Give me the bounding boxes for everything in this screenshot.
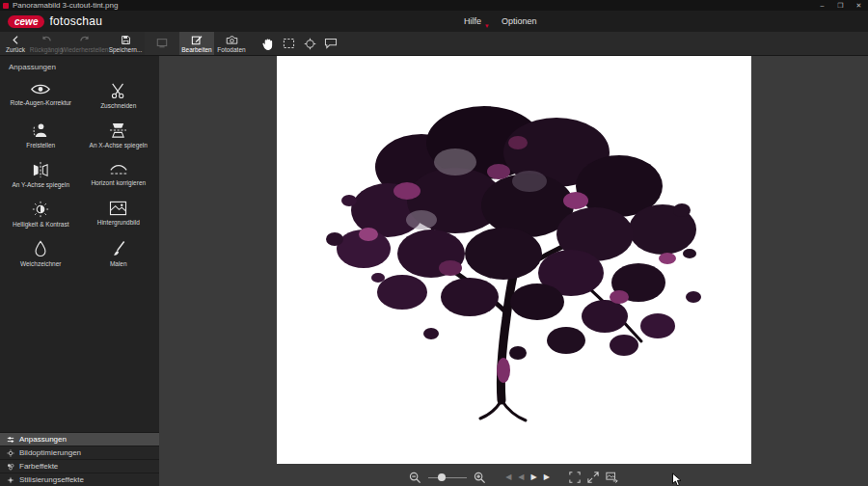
tool-an-y-achse-spiegeln[interactable]: An Y-Achse spiegeln <box>2 157 80 192</box>
preview-button[interactable] <box>145 32 179 55</box>
edit-icon <box>191 35 203 45</box>
effects-accordion: Anpassungen Bildoptimierungen Farbeffekt… <box>0 432 159 486</box>
last-image-button[interactable]: ▶ <box>544 470 550 485</box>
tool-malen[interactable]: Malen <box>80 236 158 271</box>
previous-image-button[interactable]: ◀ <box>518 470 524 485</box>
section-bildoptimierungen[interactable]: Bildoptimierungen <box>0 446 159 459</box>
zoom-out-icon[interactable] <box>409 472 421 484</box>
maximize-icon[interactable]: ❐ <box>831 0 850 11</box>
sidebar: Anpassungen Rote-Augen-Korrektur Zuschne… <box>0 56 159 486</box>
paint-icon <box>111 240 126 257</box>
window-title: Panoramabild 3-cutout-tint.png <box>13 1 118 10</box>
photo-image[interactable] <box>277 56 751 464</box>
first-image-button[interactable]: ◀ <box>505 470 511 485</box>
app-window: { "window": { "title": "Panoramabild 3-c… <box>0 0 868 486</box>
mouse-cursor <box>671 472 682 486</box>
hand-icon <box>261 37 274 51</box>
sliders-icon <box>7 436 14 444</box>
next-image-button[interactable]: ▶ <box>531 470 537 485</box>
flip-y-icon <box>32 161 49 178</box>
save-icon <box>121 35 131 45</box>
toolbar: Zurück Rückgängig Wiederherstellen Speic… <box>0 32 868 56</box>
close-icon[interactable]: ✕ <box>850 0 868 11</box>
tool-freistellen[interactable]: Freistellen <box>2 118 80 152</box>
flip-x-icon <box>109 122 127 139</box>
tool-hintergrundbild[interactable]: Hintergrundbild <box>80 197 158 231</box>
undo-button[interactable]: Rückgängig <box>29 32 64 55</box>
cewe-logo: cewe <box>8 15 44 28</box>
selection-tool-button[interactable] <box>278 32 299 55</box>
zoom-slider-handle[interactable] <box>438 473 446 481</box>
titlebar: Panoramabild 3-cutout-tint.png – ❐ ✕ <box>0 0 868 11</box>
fullscreen-icon[interactable] <box>587 472 599 483</box>
hand-tool-button[interactable] <box>257 32 278 55</box>
tool-horizont-korrigieren[interactable]: Horizont korrigieren <box>80 157 158 192</box>
tool-zuschneiden[interactable]: Zuschneiden <box>80 78 158 113</box>
app-name: fotoschau <box>49 14 102 28</box>
undo-icon <box>41 35 52 45</box>
horizon-icon <box>109 161 128 176</box>
target-icon <box>304 38 316 50</box>
sun-icon <box>7 449 14 457</box>
zoom-slider[interactable] <box>428 472 467 482</box>
compare-original-icon[interactable] <box>606 472 618 483</box>
back-button[interactable]: Zurück <box>2 32 29 55</box>
fotodaten-button[interactable]: Fotodaten <box>214 32 249 55</box>
sidebar-title: Anpassungen <box>0 56 159 76</box>
edit-button[interactable]: Bearbeiten <box>179 32 214 55</box>
camera-icon <box>226 35 238 45</box>
cutout-icon <box>33 122 49 139</box>
section-anpassungen[interactable]: Anpassungen <box>0 432 159 446</box>
menubar: cewe fotoschau Hilfe ▾ Optionen <box>0 11 868 32</box>
app-icon <box>3 3 9 9</box>
canvas-area: ◀ ◀ ▶ ▶ <box>159 56 868 486</box>
eye-icon <box>30 82 51 96</box>
menu-optionen[interactable]: Optionen <box>502 11 537 32</box>
menu-hilfe[interactable]: Hilfe <box>464 11 481 32</box>
preview-icon <box>156 38 168 48</box>
minimize-icon[interactable]: – <box>813 0 831 11</box>
tree-cutout-image <box>277 56 751 464</box>
statusbar: ◀ ◀ ▶ ▶ <box>159 470 868 485</box>
background-icon <box>109 201 127 216</box>
app-logo: cewe fotoschau <box>8 14 102 28</box>
zoom-fit-icon[interactable] <box>569 472 581 483</box>
tool-helligkeit-kontrast[interactable]: Helligkeit & Kontrast <box>2 197 80 231</box>
redo-icon <box>79 35 91 45</box>
tool-weichzeichner[interactable]: Weichzeichner <box>2 236 80 271</box>
zoom-slider-track <box>428 477 467 479</box>
section-stilisierungseffekte[interactable]: Stilisierungseffekte <box>0 472 159 486</box>
redo-button[interactable]: Wiederherstellen <box>64 32 106 55</box>
zoom-in-icon[interactable] <box>474 472 486 484</box>
toolbar-separator <box>249 32 257 55</box>
tool-rote-augen-korrektur[interactable]: Rote-Augen-Korrektur <box>2 78 80 113</box>
adjustment-tool-grid: Rote-Augen-Korrektur Zuschneiden Freiste… <box>0 76 159 273</box>
magic-star-icon <box>7 476 14 484</box>
tool-an-x-achse-spiegeln[interactable]: An X-Achse spiegeln <box>80 118 158 152</box>
brightness-icon <box>32 201 49 218</box>
back-icon <box>11 35 21 45</box>
target-tool-button[interactable] <box>299 32 320 55</box>
comment-icon <box>324 38 338 49</box>
comment-tool-button[interactable] <box>320 32 341 55</box>
selection-icon <box>283 38 295 49</box>
scissors-icon <box>110 82 127 99</box>
blur-icon <box>34 240 47 257</box>
palette-icon <box>7 463 14 471</box>
section-farbeffekte[interactable]: Farbeffekte <box>0 459 159 472</box>
save-button[interactable]: Speichern... <box>106 32 145 55</box>
